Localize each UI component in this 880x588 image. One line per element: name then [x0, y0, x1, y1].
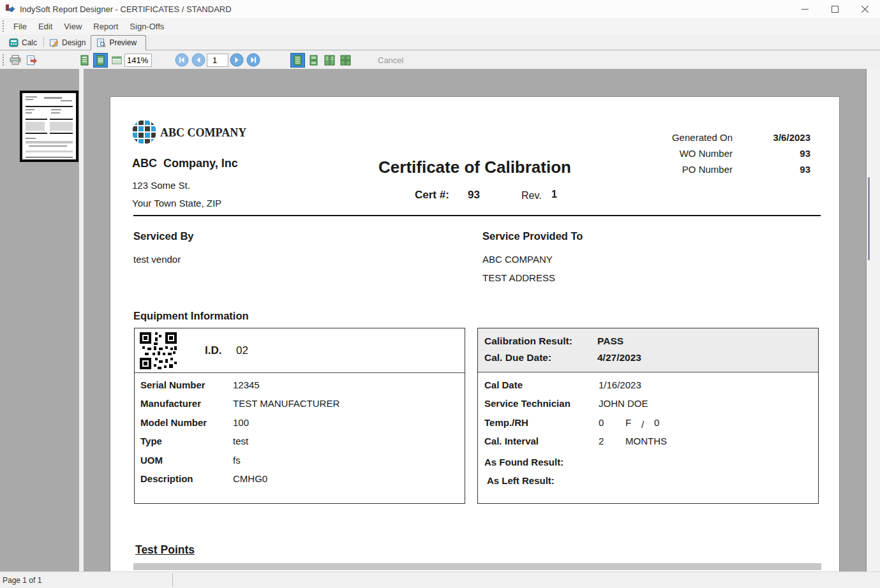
equipment-row: Description CMHG0: [135, 471, 465, 490]
id-label: I.D.: [205, 344, 221, 357]
calculator-icon: [9, 38, 19, 47]
calibration-box: Calibration Result: PASS Cal. Due Date: …: [477, 328, 819, 504]
equipment-row: Model Number 100: [135, 415, 465, 434]
tab-bar: Calc Design Preview: [0, 34, 880, 50]
equipment-information-heading: Equipment Information: [133, 310, 249, 322]
equipment-row: Manufacturer TEST MANUFACTURER: [135, 396, 465, 415]
meta-row-generated-on: Generated On 3/6/2023: [586, 132, 810, 148]
company-logo-globe-icon: [131, 119, 157, 145]
page-width-icon: [80, 55, 89, 66]
certificate-page: ABC COMPANY ABC Company, Inc 123 Some St…: [110, 97, 839, 571]
preview-canvas: ABC COMPANY ABC Company, Inc 123 Some St…: [84, 69, 866, 571]
toolbar-grip[interactable]: [2, 54, 5, 66]
company-address-line2: Your Town State, ZIP: [132, 198, 221, 209]
page-status: Page 1 of 1: [0, 576, 41, 585]
calibration-header-row: Calibration Result: PASS: [484, 335, 812, 352]
revision-value: 1: [551, 189, 557, 200]
title-bar: IndySoft Report Designer - CERTIFICATES …: [0, 0, 880, 18]
cert-number-value: 93: [468, 189, 480, 202]
preview-content: ABC COMPANY ABC Company, Inc 123 Some St…: [0, 69, 880, 571]
cancel-button[interactable]: Cancel: [378, 55, 403, 65]
toolbar-grip[interactable]: [2, 20, 5, 32]
zoom-page-width-button[interactable]: [77, 53, 92, 68]
menu-sign-offs[interactable]: Sign-Offs: [124, 20, 170, 33]
company-address-line1: 123 Some St.: [132, 180, 190, 191]
multiple-pages-view-button[interactable]: [338, 53, 353, 68]
revision-label: Rev.: [521, 190, 542, 202]
tab-calc[interactable]: Calc: [5, 36, 42, 50]
next-page-icon: [230, 53, 244, 67]
tab-calc-label: Calc: [22, 38, 37, 47]
test-points-header-bar: [133, 563, 821, 570]
minimize-button[interactable]: [790, 0, 820, 18]
zoom-whole-page-button[interactable]: [93, 53, 108, 68]
equipment-row: UOM fs: [135, 453, 465, 471]
tab-preview-label: Preview: [109, 38, 137, 47]
company-logo-text: ABC COMPANY: [160, 126, 246, 140]
service-provided-to-line1: ABC COMPANY: [482, 254, 553, 265]
close-button[interactable]: [850, 0, 880, 18]
app-icon: [4, 3, 16, 15]
service-provided-to-line2: TEST ADDRESS: [482, 272, 555, 283]
printer-icon: [10, 55, 22, 65]
equipment-row: Serial Number 12345: [135, 378, 465, 396]
calibration-row: As Left Result:: [478, 473, 818, 492]
single-page-view-button[interactable]: [290, 53, 305, 68]
menu-edit[interactable]: Edit: [33, 20, 58, 33]
minimize-icon: [802, 6, 809, 13]
header-divider: [133, 215, 821, 216]
id-value: 02: [236, 344, 248, 357]
window-title: IndySoft Report Designer - CERTIFICATES …: [20, 4, 232, 14]
facing-pages-icon: [324, 55, 335, 66]
cert-number-label: Cert #:: [415, 189, 449, 202]
document-meta: Generated On 3/6/2023 WO Number 93 PO Nu…: [586, 132, 810, 180]
zoom-level-input[interactable]: [124, 54, 152, 67]
menu-report[interactable]: Report: [87, 20, 124, 33]
tab-design-label: Design: [62, 38, 86, 47]
whole-page-icon: [96, 55, 105, 66]
print-button[interactable]: [8, 53, 23, 68]
last-page-button[interactable]: [246, 53, 260, 67]
maximize-button[interactable]: [820, 0, 850, 18]
menu-bar: File Edit View Report Sign-Offs: [0, 18, 880, 34]
calibration-row: Cal. Interval 2 MONTHS: [478, 434, 818, 452]
app-window: IndySoft Report Designer - CERTIFICATES …: [0, 0, 880, 588]
page-thumbnail[interactable]: [20, 91, 78, 162]
preview-icon: [96, 38, 106, 47]
menu-file[interactable]: File: [8, 20, 33, 33]
previous-page-button[interactable]: [191, 53, 205, 67]
continuous-view-button[interactable]: [306, 53, 321, 68]
page-number-input[interactable]: [207, 54, 228, 67]
calibration-row: Cal Date 1/16/2023: [478, 378, 818, 396]
single-page-view-icon: [293, 55, 302, 66]
facing-pages-view-button[interactable]: [322, 53, 337, 68]
calibration-row: Temp./RH 0 F / 0: [478, 415, 818, 434]
tab-separator: [43, 37, 44, 47]
continuous-view-icon: [309, 55, 318, 66]
equipment-box: I.D. 02 Serial Number 12345 Manufacturer…: [134, 328, 465, 504]
panel-splitter[interactable]: [79, 69, 84, 571]
export-button[interactable]: [24, 53, 39, 68]
vertical-scrollbar[interactable]: [866, 69, 880, 571]
serviced-by-heading: Serviced By: [133, 230, 193, 242]
previous-page-icon: [191, 53, 205, 67]
first-page-button[interactable]: [175, 53, 189, 67]
first-page-icon: [175, 53, 189, 67]
design-icon: [49, 38, 59, 47]
equipment-box-divider: [135, 372, 465, 373]
tab-preview[interactable]: Preview: [91, 35, 146, 50]
tab-design[interactable]: Design: [45, 36, 91, 50]
equipment-row: Type test: [135, 434, 465, 452]
qr-code-icon: [140, 332, 177, 369]
thumbnail-panel: [0, 69, 79, 571]
next-page-button[interactable]: [230, 53, 244, 67]
scrollbar-thumb[interactable]: [868, 177, 870, 260]
cal-due-date-value: 4/27/2023: [597, 352, 641, 364]
calibration-result-value: PASS: [597, 335, 623, 347]
status-divider: [172, 573, 173, 587]
zoom-percent-button[interactable]: [109, 53, 124, 68]
test-points-heading: Test Points: [135, 543, 195, 557]
last-page-icon: [246, 53, 260, 67]
menu-view[interactable]: View: [58, 20, 87, 33]
serviced-by-value: test vendor: [133, 254, 181, 265]
